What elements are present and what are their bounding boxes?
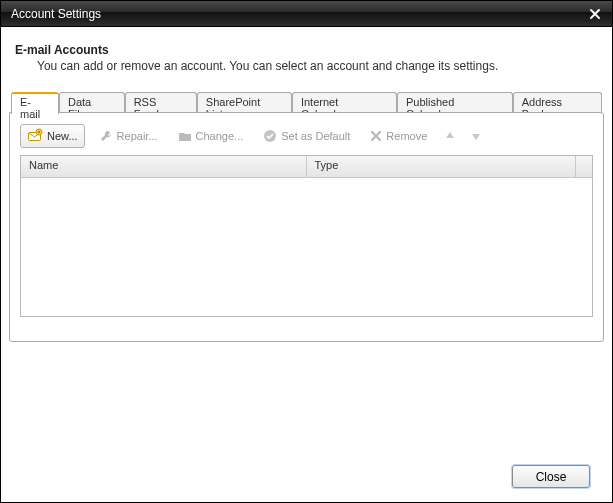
tab-strip: E-mail Data Files RSS Feeds SharePoint L… bbox=[9, 91, 604, 113]
titlebar: Account Settings bbox=[1, 1, 612, 27]
header-block: E-mail Accounts You can add or remove an… bbox=[9, 35, 604, 91]
move-up-button bbox=[441, 125, 459, 147]
tab-data-files[interactable]: Data Files bbox=[59, 92, 125, 113]
accounts-list-body[interactable] bbox=[20, 177, 593, 317]
close-icon[interactable] bbox=[584, 5, 606, 23]
window-title: Account Settings bbox=[11, 7, 584, 21]
footer: Close bbox=[9, 343, 604, 502]
set-default-label: Set as Default bbox=[281, 130, 350, 142]
tab-address-books[interactable]: Address Books bbox=[513, 92, 602, 113]
client-area: E-mail Accounts You can add or remove an… bbox=[1, 27, 612, 502]
column-type[interactable]: Type bbox=[307, 156, 577, 177]
repair-button: Repair... bbox=[93, 124, 164, 148]
new-button[interactable]: New... bbox=[20, 124, 85, 148]
tab-internet-calendars[interactable]: Internet Calendars bbox=[292, 92, 397, 113]
tab-panel: New... Repair... Change... bbox=[9, 112, 604, 342]
check-circle-icon bbox=[263, 129, 277, 143]
change-label: Change... bbox=[196, 130, 244, 142]
tab-sharepoint-lists[interactable]: SharePoint Lists bbox=[197, 92, 292, 113]
column-spacer bbox=[576, 156, 592, 177]
account-settings-window: Account Settings E-mail Accounts You can… bbox=[0, 0, 613, 503]
change-button: Change... bbox=[172, 124, 250, 148]
tab-email[interactable]: E-mail bbox=[11, 92, 59, 114]
remove-label: Remove bbox=[386, 130, 427, 142]
column-name[interactable]: Name bbox=[21, 156, 307, 177]
tab-rss-feeds[interactable]: RSS Feeds bbox=[125, 92, 197, 113]
close-button[interactable]: Close bbox=[512, 465, 590, 488]
toolbar: New... Repair... Change... bbox=[20, 123, 593, 149]
tab-published-calendars[interactable]: Published Calendars bbox=[397, 92, 513, 113]
envelope-new-icon bbox=[27, 128, 43, 144]
remove-button: Remove bbox=[364, 124, 433, 148]
folder-edit-icon bbox=[178, 129, 192, 143]
move-down-button bbox=[467, 125, 485, 147]
new-label: New... bbox=[47, 130, 78, 142]
wrench-icon bbox=[99, 129, 113, 143]
accounts-list-header: Name Type bbox=[20, 155, 593, 177]
page-description: You can add or remove an account. You ca… bbox=[37, 59, 598, 73]
page-title: E-mail Accounts bbox=[15, 43, 598, 57]
repair-label: Repair... bbox=[117, 130, 158, 142]
x-icon bbox=[370, 130, 382, 142]
set-default-button: Set as Default bbox=[257, 124, 356, 148]
